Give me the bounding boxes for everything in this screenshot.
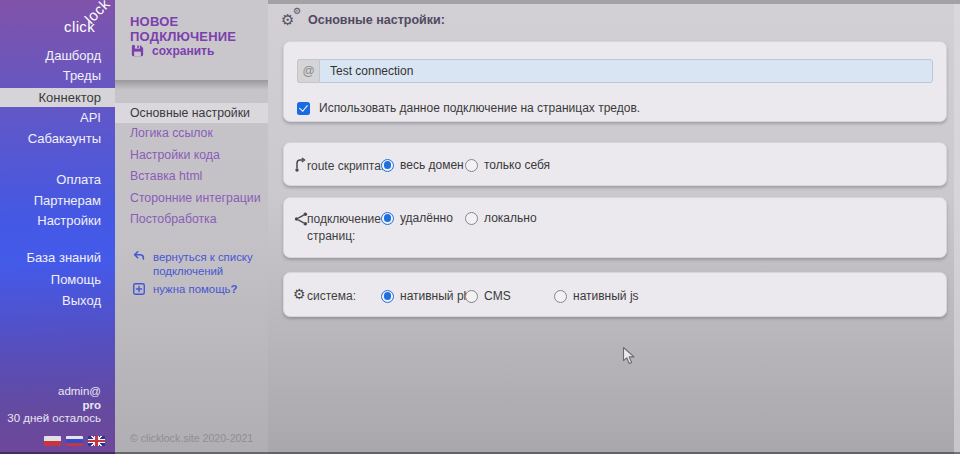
flag-russia-icon[interactable]	[66, 436, 83, 446]
help-link-label: нужна помощь?	[153, 282, 259, 296]
sidebar-item-api[interactable]: API	[0, 109, 115, 127]
radio-remote[interactable]: удалённо	[381, 211, 453, 225]
page-connection-card: подключение страниц: удалённо локально	[283, 197, 947, 258]
mouse-cursor	[622, 346, 636, 366]
radio-button[interactable]	[465, 159, 478, 172]
account-plan: pro	[7, 399, 101, 413]
sidebar-item-payment[interactable]: Оплата	[0, 171, 115, 189]
radio-native-js[interactable]: нативный js	[554, 289, 639, 303]
main-sidebar: click lock Дашборд Треды Коннектор API С…	[0, 0, 115, 454]
sidebar-item-dashboard[interactable]: Дашборд	[0, 47, 115, 65]
back-to-connections-link[interactable]: вернуться к списку подключений	[132, 250, 259, 278]
undo-arrow-icon	[132, 250, 146, 264]
panel-item-code-settings[interactable]: Настройки кода	[115, 145, 268, 165]
panel-item-link-logic[interactable]: Логика ссылок	[115, 123, 268, 143]
radio-button[interactable]	[381, 290, 394, 303]
radio-label: удалённо	[400, 211, 453, 225]
panel-item-postprocessing[interactable]: Постобработка	[115, 209, 268, 229]
sidebar-item-knowledge-base[interactable]: База знаний	[0, 249, 115, 267]
copyright: © clicklock.site 2020-2021	[130, 432, 253, 444]
panel-header: НОВОЕ ПОДКЛЮЧЕНИЕ сохранить	[115, 0, 268, 80]
radio-cms[interactable]: CMS	[465, 289, 511, 303]
back-link-label: вернуться к списку подключений	[153, 250, 259, 278]
radio-label: CMS	[484, 289, 511, 303]
flag-uk-icon[interactable]	[88, 436, 105, 446]
radio-label: весь домен	[400, 158, 464, 172]
sidebar-item-partners[interactable]: Партнерам	[0, 192, 115, 210]
radio-button[interactable]	[465, 212, 478, 225]
sidebar-item-help[interactable]: Помощь	[0, 271, 115, 289]
panel-item-main-settings[interactable]: Основные настройки	[115, 103, 268, 123]
radio-whole-domain[interactable]: весь домен	[381, 158, 464, 172]
radio-local[interactable]: локально	[465, 211, 537, 225]
radio-button[interactable]	[381, 159, 394, 172]
radio-label: локально	[484, 211, 537, 225]
use-on-threads-row[interactable]: Использовать данное подключение на стран…	[297, 101, 640, 115]
need-help-link[interactable]: нужна помощь?	[132, 282, 259, 296]
connection-panel: НОВОЕ ПОДКЛЮЧЕНИЕ сохранить Основные нас…	[115, 0, 268, 454]
radio-only-self[interactable]: только себя	[465, 158, 550, 172]
radio-native-php[interactable]: нативный php	[381, 289, 477, 303]
use-on-threads-label: Использовать данное подключение на стран…	[319, 101, 640, 115]
sidebar-item-threads[interactable]: Треды	[0, 67, 115, 85]
section-heading: ⚙⚙ Основные настройки:	[281, 11, 445, 29]
main-content: ⚙⚙ Основные настройки: @ Использовать да…	[268, 0, 960, 454]
panel-divider-shadow	[115, 80, 268, 90]
connection-name-input[interactable]	[319, 59, 933, 83]
panel-title: НОВОЕ ПОДКЛЮЧЕНИЕ	[130, 14, 268, 44]
radio-button[interactable]	[465, 290, 478, 303]
account-info: admin@ pro 30 дней осталось	[7, 385, 101, 426]
panel-item-html-insert[interactable]: Вставка html	[115, 166, 268, 186]
clicklock-logo: click lock	[0, 0, 115, 46]
account-email: admin@	[7, 385, 101, 399]
connection-name-card: @ Использовать данное подключение на стр…	[283, 41, 947, 122]
flag-white-red-icon[interactable]	[44, 436, 61, 446]
save-button[interactable]: сохранить	[130, 43, 214, 58]
account-days-left: 30 дней осталось	[7, 412, 101, 426]
sidebar-item-logout[interactable]: Выход	[0, 292, 115, 310]
sidebar-item-connector[interactable]: Коннектор	[0, 88, 115, 107]
sidebar-item-subaccounts[interactable]: Сабакаунты	[0, 130, 115, 148]
script-route-label: route скрипта:	[307, 159, 384, 173]
system-card: ⚙ система: нативный php CMS нативный js	[283, 272, 947, 317]
radio-button[interactable]	[381, 212, 394, 225]
save-button-label: сохранить	[152, 44, 214, 58]
radio-label: только себя	[484, 158, 550, 172]
settings-gears-icon: ⚙⚙	[281, 11, 299, 29]
language-switcher	[44, 436, 105, 446]
panel-item-integrations[interactable]: Сторонние интеграции	[115, 188, 268, 208]
help-plus-icon	[132, 282, 146, 296]
save-icon	[130, 43, 145, 58]
radio-label: нативный js	[573, 289, 639, 303]
use-on-threads-checkbox[interactable]	[297, 102, 310, 115]
section-heading-label: Основные настройки:	[308, 13, 445, 27]
script-route-card: route скрипта: весь домен только себя	[283, 142, 947, 186]
sidebar-item-settings[interactable]: Настройки	[0, 212, 115, 230]
top-edge	[268, 0, 960, 4]
radio-button[interactable]	[554, 290, 567, 303]
at-prefix-icon: @	[297, 59, 319, 83]
app-window: click lock Дашборд Треды Коннектор API С…	[0, 0, 960, 454]
system-label: система:	[307, 289, 356, 303]
scrollbar-track[interactable]	[954, 4, 960, 454]
connection-name-group: @	[297, 59, 933, 83]
